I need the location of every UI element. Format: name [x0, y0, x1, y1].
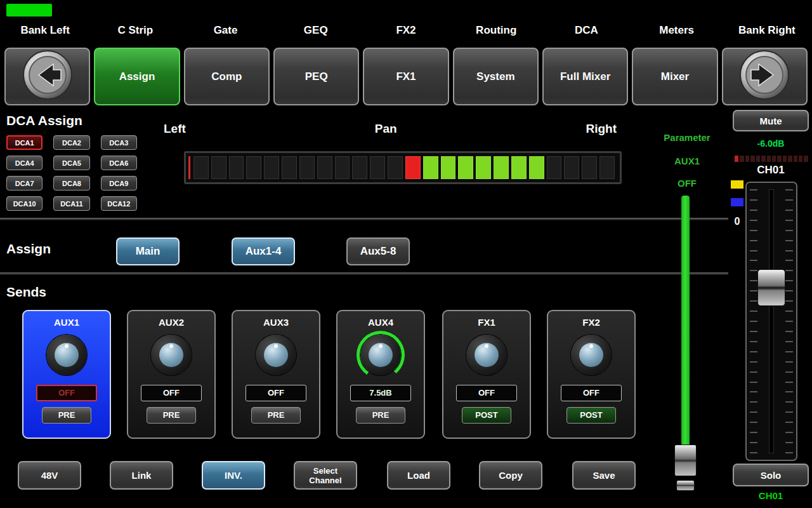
send-value-display: 7.5dB — [350, 385, 411, 401]
send-name: AUX3 — [233, 317, 319, 328]
nav-button-full-mixer[interactable]: Full Mixer — [542, 48, 628, 105]
mini-meter-segment — [767, 156, 771, 162]
send-knob-aux1[interactable] — [43, 331, 91, 379]
channel-color-indicator-yellow — [731, 180, 743, 189]
48v-button[interactable]: 48V — [18, 461, 81, 490]
pan-segment-green — [476, 156, 491, 179]
nav-button-fx1[interactable]: FX1 — [363, 48, 449, 105]
send-pre-post-button[interactable]: PRE — [251, 407, 301, 424]
send-pre-post-button[interactable]: POST — [566, 407, 616, 424]
send-value-display: OFF — [246, 385, 306, 401]
mini-meter-segment — [745, 156, 749, 162]
pan-segment-green — [423, 156, 438, 179]
pan-segment-off — [264, 156, 279, 179]
fader-scale-ticks-left — [750, 189, 757, 453]
send-name: AUX2 — [128, 317, 214, 328]
bank-right-button[interactable] — [722, 48, 808, 105]
send-knob-aux3[interactable] — [252, 331, 300, 379]
channel-name-bottom-label: CH01 — [733, 490, 809, 501]
invert-button[interactable]: INV. — [202, 461, 265, 490]
dca-button-8[interactable]: DCA8 — [53, 176, 89, 190]
parameter-fader-track[interactable] — [681, 196, 690, 450]
send-value-display: OFF — [141, 385, 202, 401]
assign-aux1-4-button[interactable]: Aux1-4 — [232, 237, 295, 265]
channel-level-display: -6.0dB — [733, 134, 809, 153]
copy-button[interactable]: Copy — [479, 461, 542, 490]
mini-meter-segment — [735, 156, 738, 162]
mini-meter-segment — [794, 156, 797, 162]
dca-button-4[interactable]: DCA4 — [6, 156, 43, 170]
send-value-display: OFF — [36, 385, 97, 401]
pan-left-edge-marker — [188, 156, 190, 179]
send-knob-fx1[interactable] — [462, 331, 511, 379]
send-panel-aux4[interactable]: AUX4 7.5dB PRE — [336, 310, 425, 439]
fader-slot — [769, 189, 774, 453]
nav-button-assign[interactable]: Assign — [94, 48, 180, 105]
nav-button-comp[interactable]: Comp — [184, 48, 270, 105]
link-button[interactable]: Link — [110, 461, 173, 490]
dca-button-6[interactable]: DCA6 — [101, 156, 137, 170]
pan-right-label: Right — [586, 122, 617, 136]
dca-button-7[interactable]: DCA7 — [6, 176, 43, 190]
save-button[interactable]: Save — [572, 461, 636, 490]
send-knob-aux4[interactable] — [357, 331, 405, 379]
assign-aux5-8-button[interactable]: Aux5-8 — [346, 237, 410, 265]
select-channel-button[interactable]: Select Channel — [294, 461, 357, 490]
dca-button-9[interactable]: DCA9 — [101, 176, 137, 190]
mini-meter-segment — [799, 156, 802, 162]
send-knob-fx2[interactable] — [567, 331, 615, 379]
send-panel-fx2[interactable]: FX2 OFF POST — [547, 310, 636, 439]
knob-indicator-dot — [65, 344, 69, 348]
send-panel-aux3[interactable]: AUX3 OFF PRE — [232, 310, 320, 439]
assign-title: Assign — [6, 241, 51, 257]
parameter-name: AUX1 — [652, 156, 722, 166]
pan-segment-green — [441, 156, 456, 179]
channel-fader-handle[interactable] — [757, 269, 785, 306]
knob-indicator-dot — [485, 344, 488, 348]
status-battery-indicator — [6, 4, 52, 17]
send-knob-aux2[interactable] — [147, 331, 195, 379]
load-button[interactable]: Load — [387, 461, 450, 490]
parameter-fader-handle[interactable] — [674, 444, 697, 476]
channel-mini-meter — [734, 156, 809, 162]
send-pre-post-button[interactable]: PRE — [356, 407, 405, 424]
nav-button-system[interactable]: System — [453, 48, 539, 105]
pan-segment-off — [564, 156, 579, 179]
pan-title: Pan — [375, 122, 397, 136]
mixer-screen: Bank Left C Strip Gate GEQ FX2 Routing D… — [0, 0, 812, 508]
top-label-gate: Gate — [180, 24, 270, 37]
pan-meter[interactable] — [184, 151, 622, 184]
mute-button[interactable]: Mute — [733, 110, 809, 131]
dca-button-2[interactable]: DCA2 — [53, 135, 89, 150]
dca-button-5[interactable]: DCA5 — [53, 156, 89, 170]
send-pre-post-button[interactable]: PRE — [147, 407, 196, 424]
send-panel-fx1[interactable]: FX1 OFF POST — [442, 310, 531, 439]
channel-fader-panel[interactable] — [745, 182, 797, 461]
assign-main-button[interactable]: Main — [116, 237, 180, 265]
pan-segment-off — [229, 156, 244, 179]
nav-button-mixer[interactable]: Mixer — [632, 48, 717, 105]
mini-meter-segment — [756, 156, 760, 162]
send-panel-aux2[interactable]: AUX2 OFF PRE — [127, 310, 216, 439]
nav-button-row: Assign Comp PEQ FX1 System Full Mixer Mi… — [0, 46, 812, 107]
dca-button-12[interactable]: DCA12 — [101, 196, 137, 211]
solo-button[interactable]: Solo — [733, 464, 809, 486]
dca-button-11[interactable]: DCA11 — [53, 196, 89, 211]
pan-segment-off — [352, 156, 367, 179]
pan-left-label: Left — [164, 122, 186, 136]
top-label-fx2: FX2 — [361, 24, 451, 37]
mini-meter-segment — [772, 156, 776, 162]
pan-segment-off — [547, 156, 562, 179]
nav-button-peq[interactable]: PEQ — [273, 48, 359, 105]
dca-button-3[interactable]: DCA3 — [101, 135, 137, 150]
top-label-geq: GEQ — [271, 24, 361, 37]
dca-button-1[interactable]: DCA1 — [6, 135, 43, 150]
send-pre-post-button[interactable]: PRE — [42, 407, 91, 424]
send-panel-aux1[interactable]: AUX1 OFF PRE — [22, 310, 111, 439]
dca-button-10[interactable]: DCA10 — [6, 196, 43, 211]
bank-left-button[interactable] — [4, 48, 90, 105]
knob-indicator-dot — [274, 344, 278, 348]
section-divider — [0, 272, 728, 275]
parameter-fader-handle-base — [676, 480, 695, 491]
send-pre-post-button[interactable]: POST — [462, 407, 511, 424]
